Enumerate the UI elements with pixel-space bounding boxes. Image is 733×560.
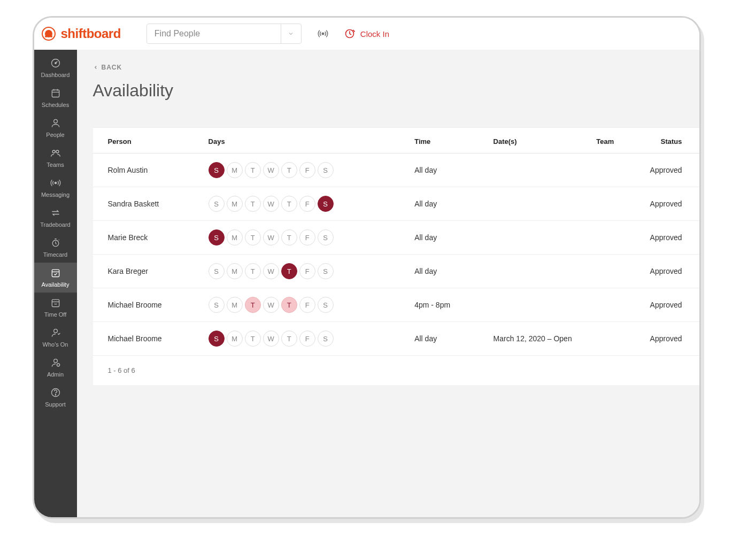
day-chip[interactable]: T — [281, 263, 297, 279]
sidebar-item-availability[interactable]: Availability — [34, 263, 77, 293]
clock-in-button[interactable]: Clock In — [344, 28, 389, 39]
chevron-left-icon — [93, 65, 98, 70]
day-chip[interactable]: T — [245, 297, 261, 313]
day-chip[interactable]: S — [209, 229, 225, 246]
table-row[interactable]: Michael BroomeSMTWTFS4pm - 8pmApproved — [93, 288, 699, 322]
day-chip[interactable]: M — [227, 331, 243, 347]
cell-person: Rolm Austin — [93, 154, 202, 187]
day-chip[interactable]: W — [263, 162, 279, 178]
table-row[interactable]: Kara BregerSMTWTFSAll dayApproved — [93, 255, 699, 288]
search-dropdown-toggle[interactable] — [281, 24, 301, 43]
cell-status: Approved — [632, 322, 699, 356]
cell-time: All day — [408, 255, 487, 288]
column-header[interactable]: Team — [590, 128, 632, 154]
day-chip[interactable]: S — [318, 297, 334, 313]
day-chip[interactable]: W — [263, 229, 279, 246]
day-chip[interactable]: S — [209, 162, 225, 178]
sidebar-item-schedules[interactable]: Schedules — [34, 83, 77, 113]
day-chip[interactable]: F — [299, 196, 315, 212]
day-chip[interactable]: S — [209, 263, 225, 279]
availability-icon — [50, 267, 61, 279]
cell-dates — [487, 255, 590, 288]
day-chip[interactable]: M — [227, 297, 243, 313]
column-header[interactable]: Status — [632, 128, 699, 154]
teams-icon — [50, 148, 61, 159]
cell-status: Approved — [632, 221, 699, 255]
day-chip[interactable]: S — [318, 263, 334, 279]
table-row[interactable]: Rolm AustinSMTWTFSAll dayApproved — [93, 154, 699, 187]
day-chip[interactable]: F — [299, 162, 315, 178]
day-chip[interactable]: S — [318, 229, 334, 246]
day-chip[interactable]: T — [281, 229, 297, 246]
cell-person: Michael Broome — [93, 288, 202, 322]
day-chip[interactable]: T — [245, 229, 261, 246]
cell-dates — [487, 154, 590, 187]
day-chip[interactable]: S — [318, 196, 334, 212]
column-header[interactable]: Date(s) — [487, 128, 590, 154]
schedules-icon — [50, 88, 61, 99]
table-row[interactable]: Michael BroomeSMTWTFSAll dayMarch 12, 20… — [93, 322, 699, 356]
whoson-icon — [50, 327, 61, 339]
search-input[interactable] — [147, 29, 281, 39]
day-chip[interactable]: T — [281, 331, 297, 347]
day-chip[interactable]: W — [263, 331, 279, 347]
sidebar-item-dashboard[interactable]: Dashboard — [34, 53, 77, 83]
day-chip[interactable]: T — [281, 162, 297, 178]
day-chip[interactable]: T — [281, 196, 297, 212]
day-chip[interactable]: T — [245, 263, 261, 279]
column-header[interactable]: Time — [408, 128, 487, 154]
day-chip[interactable]: T — [245, 162, 261, 178]
day-chip[interactable]: W — [263, 297, 279, 313]
sidebar-item-people[interactable]: People — [34, 113, 77, 143]
sidebar-item-label: Timecard — [43, 251, 67, 258]
day-chip[interactable]: M — [227, 229, 243, 246]
column-header[interactable]: Days — [202, 128, 408, 154]
day-chip[interactable]: M — [227, 162, 243, 178]
sidebar-item-timecard[interactable]: Timecard — [34, 233, 77, 263]
day-chip[interactable]: T — [245, 331, 261, 347]
day-chip[interactable]: M — [227, 263, 243, 279]
day-chip[interactable]: S — [209, 196, 225, 212]
sidebar-item-admin[interactable]: Admin — [34, 352, 77, 382]
day-chip[interactable]: S — [318, 331, 334, 347]
cell-days: SMTWTFS — [202, 288, 408, 322]
sidebar-item-label: Dashboard — [41, 72, 70, 78]
sidebar-item-messaging[interactable]: Messaging — [34, 173, 77, 203]
logo[interactable]: shiftboard — [40, 26, 125, 41]
day-chip[interactable]: S — [209, 331, 225, 347]
sidebar-item-tradeboard[interactable]: Tradeboard — [34, 203, 77, 233]
day-chip[interactable]: T — [245, 196, 261, 212]
day-chip[interactable]: F — [299, 263, 315, 279]
sidebar-item-support[interactable]: Support — [34, 382, 77, 412]
svg-point-18 — [53, 329, 57, 333]
cell-days: SMTWTFS — [202, 322, 408, 356]
dashboard-icon — [50, 58, 61, 70]
logo-text: shiftboard — [61, 26, 121, 41]
day-chip[interactable]: S — [318, 162, 334, 178]
cell-days: SMTWTFS — [202, 154, 408, 187]
day-chip[interactable]: S — [209, 297, 225, 313]
sidebar-item-timeoff[interactable]: Time Off — [34, 293, 77, 323]
svg-point-8 — [53, 119, 57, 123]
back-link[interactable]: BACK — [93, 64, 122, 71]
broadcast-button[interactable] — [312, 28, 334, 39]
day-chip[interactable]: F — [299, 331, 315, 347]
day-chip[interactable]: F — [299, 229, 315, 246]
search-wrapper — [146, 24, 302, 44]
day-chip[interactable]: F — [299, 297, 315, 313]
cell-team — [590, 154, 632, 187]
table-row[interactable]: Marie BreckSMTWTFSAll dayApproved — [93, 221, 699, 255]
cell-team — [590, 221, 632, 255]
table-row[interactable]: Sandra BaskettSMTWTFSAll dayApproved — [93, 187, 699, 221]
day-chip[interactable]: W — [263, 263, 279, 279]
cell-status: Approved — [632, 154, 699, 187]
day-chip[interactable]: T — [281, 297, 297, 313]
cell-time: All day — [408, 187, 487, 221]
column-header[interactable]: Person — [93, 128, 202, 154]
day-chip[interactable]: W — [263, 196, 279, 212]
day-chip[interactable]: M — [227, 196, 243, 212]
cell-dates — [487, 288, 590, 322]
svg-point-10 — [56, 150, 58, 153]
sidebar-item-whoson[interactable]: Who's On — [34, 323, 77, 352]
sidebar-item-teams[interactable]: Teams — [34, 143, 77, 173]
